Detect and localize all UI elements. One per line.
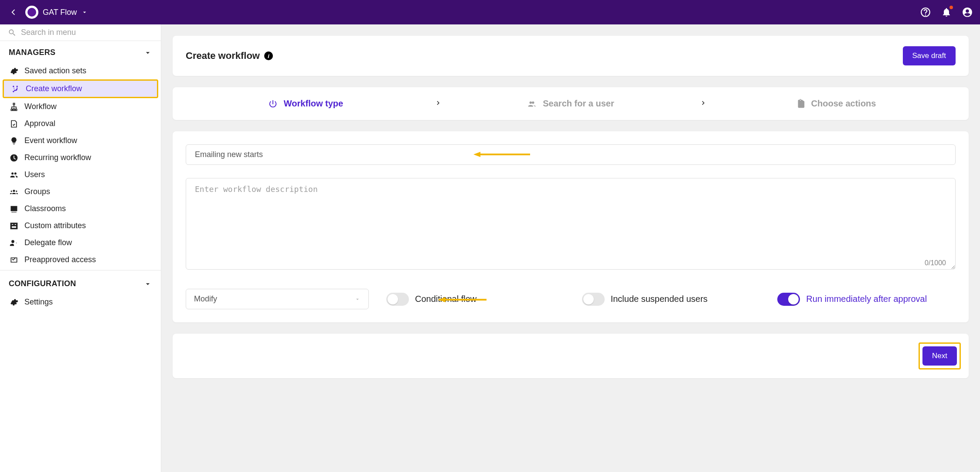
save-draft-button[interactable]: Save draft (903, 46, 956, 65)
sidebar-item-label: Classrooms (24, 204, 66, 213)
info-icon[interactable]: i (264, 51, 273, 60)
footer-card: Next (173, 334, 969, 378)
sidebar-item-label: Groups (24, 187, 50, 196)
sitemap-icon (10, 103, 18, 111)
sidebar-item-label: Recurring workflow (24, 153, 91, 162)
sidebar-search[interactable] (0, 24, 161, 41)
workflow-action-select[interactable]: Modify (186, 289, 369, 309)
search-icon (8, 28, 17, 37)
sidebar-item-saved-action-sets[interactable]: Saved action sets (0, 62, 161, 79)
collapse-sidebar-icon[interactable] (7, 7, 18, 18)
brand-switcher[interactable]: GAT Flow (25, 6, 88, 19)
sidebar-item-label: Event workflow (24, 136, 77, 145)
workflow-description-input[interactable] (186, 178, 956, 270)
sidebar-item-label: Saved action sets (24, 66, 86, 75)
step-arrow-icon (691, 99, 716, 109)
next-button[interactable]: Next (922, 346, 957, 366)
step-label: Search for a user (543, 99, 614, 109)
sidebar-item-create-workflow[interactable]: Create workflow (3, 79, 158, 98)
toggle-conditional-flow[interactable]: Conditional flow (386, 293, 565, 306)
sidebar-search-input[interactable] (21, 28, 153, 37)
chevron-down-icon (143, 48, 152, 57)
chevron-down-icon (81, 9, 88, 16)
select-value: Modify (194, 294, 217, 304)
notification-dot (949, 6, 953, 9)
step-arrow-icon (425, 99, 451, 109)
sidebar-item-workflow[interactable]: Workflow (0, 98, 161, 115)
title-card: Create workflow i Save draft (173, 36, 969, 76)
top-bar: GAT Flow (0, 0, 980, 24)
sidebar-item-groups[interactable]: Groups (0, 183, 161, 200)
toggle-switch[interactable] (777, 293, 800, 306)
power-icon (268, 99, 278, 109)
sidebar: MANAGERS Saved action sets Create workfl… (0, 24, 161, 472)
delegate-icon (10, 239, 18, 247)
sidebar-item-approval[interactable]: Approval (0, 115, 161, 132)
char-count: 0/1000 (925, 259, 946, 267)
sidebar-item-label: Create workflow (26, 84, 82, 93)
section-managers[interactable]: MANAGERS (0, 41, 161, 62)
lightbulb-icon (10, 137, 18, 145)
clipboard-icon (796, 99, 805, 109)
step-label: Choose actions (811, 99, 876, 109)
stepper-card: Workflow type Search for a user Choose a… (173, 87, 969, 120)
preapproved-icon (10, 256, 18, 264)
step-label: Workflow type (284, 99, 343, 109)
clock-icon (10, 154, 18, 162)
gear-icon (10, 298, 18, 307)
sidebar-item-label: Custom attributes (24, 221, 86, 230)
classroom-icon (10, 205, 18, 213)
chevron-down-icon (354, 296, 361, 302)
notifications-icon[interactable] (941, 7, 952, 18)
sidebar-item-label: Workflow (24, 102, 57, 111)
toggle-label: Conditional flow (415, 294, 476, 304)
users-icon (10, 171, 18, 179)
sidebar-item-settings[interactable]: Settings (0, 294, 161, 311)
toggle-include-suspended[interactable]: Include suspended users (582, 293, 760, 306)
sidebar-item-label: Preapproved access (24, 255, 96, 264)
groups-icon (10, 188, 18, 196)
step-workflow-type[interactable]: Workflow type (186, 99, 425, 109)
sidebar-item-label: Settings (24, 298, 53, 307)
attributes-icon (10, 222, 18, 230)
chevron-down-icon (143, 280, 152, 288)
toggle-label: Include suspended users (611, 294, 708, 304)
content-area: Create workflow i Save draft Workflow ty… (161, 24, 980, 472)
brand-logo-icon (25, 6, 38, 19)
form-card: 0/1000 Modify Conditional flow (173, 131, 969, 322)
next-button-highlight: Next (919, 342, 961, 369)
branch-icon (11, 85, 20, 93)
sidebar-item-delegate-flow[interactable]: Delegate flow (0, 234, 161, 251)
approval-icon (10, 120, 18, 128)
sidebar-item-label: Delegate flow (24, 238, 72, 247)
step-choose-actions[interactable]: Choose actions (716, 99, 956, 109)
sidebar-item-users[interactable]: Users (0, 166, 161, 183)
brand-label: GAT Flow (43, 8, 77, 17)
step-search-user[interactable]: Search for a user (451, 99, 691, 109)
people-icon (527, 99, 537, 109)
sidebar-item-label: Users (24, 170, 45, 179)
toggle-label: Run immediately after approval (806, 294, 927, 304)
toggle-switch[interactable] (582, 293, 605, 306)
section-label: CONFIGURATION (9, 279, 76, 288)
toggle-run-immediately[interactable]: Run immediately after approval (777, 293, 956, 306)
sidebar-item-label: Approval (24, 119, 55, 128)
section-label: MANAGERS (9, 48, 55, 57)
toggle-switch[interactable] (386, 293, 409, 306)
account-icon[interactable] (962, 7, 973, 18)
page-title: Create workflow (186, 50, 260, 62)
workflow-name-input[interactable] (186, 144, 956, 165)
sidebar-item-event-workflow[interactable]: Event workflow (0, 132, 161, 149)
gear-plus-icon (10, 67, 18, 75)
sidebar-item-preapproved-access[interactable]: Preapproved access (0, 251, 161, 268)
sidebar-item-recurring-workflow[interactable]: Recurring workflow (0, 149, 161, 166)
help-icon[interactable] (920, 7, 931, 18)
sidebar-item-classrooms[interactable]: Classrooms (0, 200, 161, 217)
section-configuration[interactable]: CONFIGURATION (0, 272, 161, 294)
sidebar-item-custom-attributes[interactable]: Custom attributes (0, 217, 161, 234)
